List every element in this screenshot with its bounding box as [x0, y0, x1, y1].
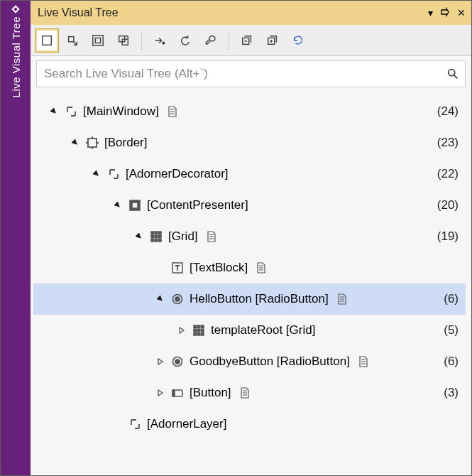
view-source-icon[interactable] [357, 355, 370, 368]
view-source-icon[interactable] [255, 261, 268, 274]
layout-adorners-icon [66, 34, 79, 47]
search-input[interactable] [43, 66, 446, 82]
svg-rect-0 [43, 36, 52, 45]
descendant-count: (6) [444, 292, 459, 306]
descendant-count: (3) [444, 386, 459, 400]
button-icon [170, 385, 185, 401]
svg-point-6 [163, 42, 165, 44]
tree-row[interactable]: [MainWindow](24) [33, 96, 466, 127]
toolbar-track-focus[interactable] [86, 28, 110, 53]
tree-row[interactable]: [TextBlock] [33, 252, 466, 283]
toolbar-select-element[interactable] [35, 28, 59, 53]
angle-icon [106, 166, 121, 182]
search-icon [446, 67, 459, 80]
side-tab[interactable]: Live Visual Tree [1, 1, 31, 475]
tree-row[interactable]: [Grid](19) [33, 221, 466, 252]
twisty-collapsed-icon[interactable] [154, 386, 167, 399]
tree-item-label: [AdornerDecorator] [126, 167, 229, 181]
collapse-all-icon [241, 34, 253, 47]
svg-point-9 [449, 70, 455, 76]
twisty-expanded-icon[interactable] [69, 136, 82, 149]
visual-tree[interactable]: [MainWindow](24)[Border](23)[AdornerDeco… [31, 90, 471, 475]
twisty-collapsed-icon[interactable] [175, 324, 188, 337]
tree-item-label: [Grid] [168, 229, 198, 244]
select-element-icon [40, 34, 53, 47]
twisty-expanded-icon[interactable] [154, 293, 167, 305]
toolbar-layout-adorners[interactable] [60, 28, 84, 53]
window-menu-button[interactable]: ▾ [428, 7, 433, 18]
svg-rect-2 [93, 35, 103, 45]
tree-row[interactable]: [AdornerLayer] [33, 409, 466, 440]
text-icon [170, 260, 185, 276]
border-icon [84, 135, 100, 151]
grid-icon [191, 323, 207, 338]
view-source-icon[interactable] [205, 230, 218, 243]
pin-button[interactable] [440, 7, 450, 19]
track-focus-icon [92, 34, 104, 47]
view-source-icon[interactable] [336, 293, 348, 305]
tree-row[interactable]: templateRoot [Grid](5) [33, 315, 466, 346]
expand-all-icon [266, 34, 279, 47]
toolbar-collapse-all[interactable] [235, 28, 259, 53]
wrench-icon [204, 34, 217, 47]
go-to-live-icon [153, 34, 166, 47]
titlebar: Live Visual Tree ▾ ✕ [31, 1, 471, 25]
side-tab-label: Live Visual Tree [10, 16, 22, 97]
toolbar-settings[interactable] [199, 28, 223, 53]
descendant-count: (19) [437, 229, 459, 244]
toolbar-preview-selection[interactable] [111, 28, 136, 53]
view-source-icon[interactable] [238, 386, 251, 399]
toolbar-undo[interactable] [173, 28, 197, 53]
descendant-count: (22) [437, 167, 459, 181]
content-icon [127, 198, 143, 213]
svg-rect-3 [95, 38, 100, 43]
toolbar-separator [141, 31, 142, 50]
tree-item-label: GoodbyeButton [RadioButton] [190, 355, 350, 369]
panel-title: Live Visual Tree [38, 6, 428, 19]
toolbar-expand-all[interactable] [260, 28, 285, 53]
tree-item-label: [TextBlock] [190, 261, 248, 275]
twisty-expanded-icon[interactable] [111, 199, 124, 212]
close-button[interactable]: ✕ [457, 7, 466, 18]
grid-icon [148, 229, 164, 244]
toolbar [31, 25, 471, 56]
angle-icon [63, 104, 79, 119]
toolbar-refresh[interactable] [286, 28, 310, 53]
tree-item-label: [ContentPresenter] [147, 198, 248, 212]
radio-icon [170, 291, 185, 307]
side-tab-icon [11, 5, 19, 13]
descendant-count: (6) [444, 355, 459, 369]
preview-selection-icon [117, 34, 130, 47]
tree-item-label: [AdornerLayer] [147, 417, 226, 431]
tree-row[interactable]: [Border](23) [33, 127, 466, 158]
tree-item-label: [Button] [190, 386, 231, 400]
twisty-expanded-icon[interactable] [48, 105, 60, 118]
svg-rect-1 [69, 36, 74, 41]
twisty-collapsed-icon[interactable] [154, 355, 167, 368]
tree-row[interactable]: [ContentPresenter](20) [33, 190, 466, 221]
tree-item-label: [Border] [104, 136, 147, 150]
descendant-count: (23) [437, 136, 459, 150]
descendant-count: (20) [437, 198, 459, 212]
tree-row[interactable]: GoodbyeButton [RadioButton](6) [33, 346, 466, 377]
toolbar-go-to-live[interactable] [148, 28, 172, 53]
toolbar-separator [229, 31, 229, 50]
radio-icon [170, 354, 185, 369]
tree-item-label: templateRoot [Grid] [211, 323, 315, 337]
tree-item-label: HelloButton [RadioButton] [190, 292, 329, 306]
tree-row[interactable]: [Button](3) [33, 377, 466, 409]
descendant-count: (5) [444, 323, 459, 337]
view-source-icon[interactable] [166, 105, 179, 118]
descendant-count: (24) [437, 104, 459, 119]
tree-row[interactable]: HelloButton [RadioButton](6) [33, 283, 466, 315]
undo-icon [179, 34, 192, 47]
pin-icon [440, 7, 450, 17]
panel: Live Visual Tree ▾ ✕ [31, 1, 471, 475]
tree-item-label: [MainWindow] [83, 104, 159, 119]
search-bar[interactable] [36, 60, 466, 87]
angle-icon [127, 416, 143, 432]
refresh-icon [292, 34, 304, 47]
twisty-expanded-icon[interactable] [90, 168, 103, 180]
tree-row[interactable]: [AdornerDecorator](22) [33, 158, 466, 190]
twisty-expanded-icon[interactable] [133, 230, 146, 243]
